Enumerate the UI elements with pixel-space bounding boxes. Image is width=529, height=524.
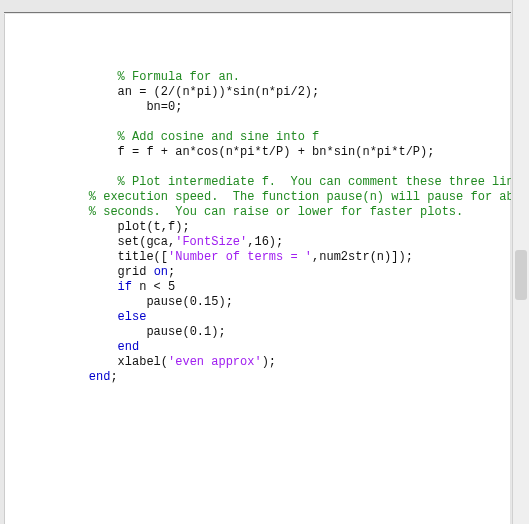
vertical-scrollbar[interactable] <box>512 0 529 524</box>
code-text: ,num2str(n)]); <box>312 250 413 264</box>
code-line: % Formula for an. <box>60 70 240 84</box>
code-text: title([ <box>118 250 168 264</box>
code-keyword: if <box>118 280 132 294</box>
page-top-rule <box>4 12 511 13</box>
scrollbar-thumb[interactable] <box>515 250 527 300</box>
code-text: pause(0.15); <box>146 295 232 309</box>
code-keyword: end <box>89 370 111 384</box>
code-text: xlabel( <box>118 355 168 369</box>
code-line: bn=0; <box>60 100 182 114</box>
code-comment: % Add cosine and sine into f <box>118 130 320 144</box>
code-text: set(gca, <box>118 235 176 249</box>
code-comment: % Formula for an. <box>118 70 240 84</box>
code-string: 'even approx' <box>168 355 262 369</box>
code-text: grid <box>118 265 154 279</box>
code-keyword: else <box>118 310 147 324</box>
code-comment: % execution speed. The function pause(n)… <box>89 190 511 204</box>
code-text: an = (2/(n*pi))*sin(n*pi/2); <box>118 85 320 99</box>
code-text: n < 5 <box>132 280 175 294</box>
code-line: if n < 5 <box>60 280 175 294</box>
code-line: % Plot intermediate f. You can comment t… <box>60 175 511 189</box>
code-line: plot(t,f); <box>60 220 190 234</box>
code-string: 'Number of terms = ' <box>168 250 312 264</box>
viewport: % Formula for an. an = (2/(n*pi))*sin(n*… <box>0 0 529 524</box>
code-string: 'FontSize' <box>175 235 247 249</box>
code-keyword: end <box>118 340 140 354</box>
code-text: ; <box>110 370 117 384</box>
code-comment: % Plot intermediate f. You can comment t… <box>118 175 511 189</box>
code-text: plot(t,f); <box>118 220 190 234</box>
code-text: f = f + an*cos(n*pi*t/P) + bn*sin(n*pi*t… <box>118 145 435 159</box>
code-line: else <box>60 310 146 324</box>
code-keyword: on <box>154 265 168 279</box>
code-text: ,16); <box>247 235 283 249</box>
code-line: title(['Number of terms = ',num2str(n)])… <box>60 250 413 264</box>
code-line: xlabel('even approx'); <box>60 355 276 369</box>
code-line: end; <box>60 370 118 384</box>
code-line: % Add cosine and sine into f <box>60 130 319 144</box>
code-text: pause(0.1); <box>146 325 225 339</box>
code-text: ; <box>168 265 175 279</box>
code-line: % seconds. You can raise or lower for fa… <box>60 205 463 219</box>
code-line: set(gca,'FontSize',16); <box>60 235 283 249</box>
code-line: % execution speed. The function pause(n)… <box>60 190 511 204</box>
code-text: ); <box>262 355 276 369</box>
code-line: grid on; <box>60 265 175 279</box>
code-line: pause(0.15); <box>60 295 233 309</box>
code-line: an = (2/(n*pi))*sin(n*pi/2); <box>60 85 319 99</box>
code-comment: % seconds. You can raise or lower for fa… <box>89 205 463 219</box>
matlab-code-block: % Formula for an. an = (2/(n*pi))*sin(n*… <box>60 70 491 385</box>
page-content: % Formula for an. an = (2/(n*pi))*sin(n*… <box>4 14 511 524</box>
code-line: f = f + an*cos(n*pi*t/P) + bn*sin(n*pi*t… <box>60 145 434 159</box>
code-line: end <box>60 340 139 354</box>
code-text: bn=0; <box>146 100 182 114</box>
code-line: pause(0.1); <box>60 325 226 339</box>
